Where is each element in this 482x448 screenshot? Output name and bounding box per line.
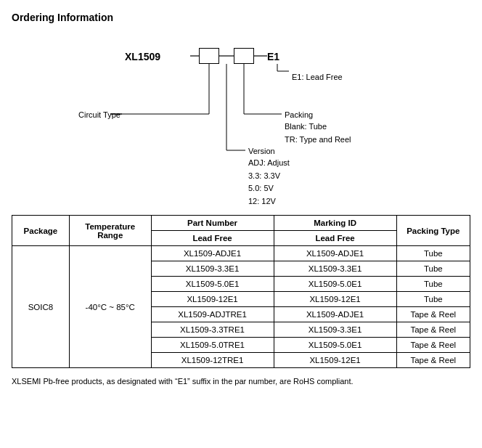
version-label: Version [248,147,275,155]
cell-marking-id: XL1509-3.3E1 [274,322,396,338]
cell-marking-id: XL1509-12E1 [274,353,396,368]
cell-part-number: XL1509-3.3E1 [151,261,274,277]
cell-marking-id: XL1509-ADJE1 [274,307,396,322]
page-title: Ordering Information [12,12,470,23]
th-part-number: Part Number [151,216,274,231]
cell-packing-type: Tube [396,246,470,261]
cell-part-number: XL1509-12TRE1 [151,353,274,368]
version-detail: ADJ: Adjust 3.3: 3.3V 5.0: 5V 12: 12V [248,157,290,208]
circuit-type-label: Circuit Type [78,110,120,119]
cell-part-number: XL1509-ADJE1 [151,246,274,261]
packing-detail: Blank: Tube TR: Type and Reel [285,121,351,146]
cell-part-number: XL1509-5.0TRE1 [151,338,274,353]
packing-label: Packing [285,110,313,119]
cell-part-number: XL1509-5.0E1 [151,277,274,292]
e1-note: E1: Lead Free [292,73,343,81]
cell-marking-id: XL1509-ADJE1 [274,246,396,261]
cell-temp: -40°C ~ 85°C [69,246,151,368]
cell-packing-type: Tape & Reel [396,307,470,322]
cell-packing-type: Tape & Reel [396,322,470,338]
cell-packing-type: Tube [396,292,470,307]
cell-packing-type: Tape & Reel [396,338,470,353]
cell-marking-id: XL1509-5.0E1 [274,338,396,353]
th-part-lead-free: Lead Free [151,231,274,246]
cell-package: SOIC8 [12,246,70,368]
model-label: XL1509 [125,51,160,62]
th-package: Package [12,216,70,246]
th-marking-lead-free: Lead Free [274,231,396,246]
box1 [199,48,219,64]
cell-part-number: XL1509-3.3TRE1 [151,322,274,338]
ordering-diagram: XL1509 E1 E1: Lead Free Circuit Type Pac… [38,38,444,197]
th-marking-id: Marking ID [274,216,396,231]
cell-packing-type: Tube [396,261,470,277]
cell-part-number: XL1509-ADJTRE1 [151,307,274,322]
cell-marking-id: XL1509-3.3E1 [274,261,396,277]
e1-label: E1 [267,51,279,62]
th-packing-type: Packing Type [396,216,470,246]
cell-marking-id: XL1509-12E1 [274,292,396,307]
cell-marking-id: XL1509-5.0E1 [274,277,396,292]
footnote: XLSEMI Pb-free products, as designated w… [12,377,470,386]
cell-part-number: XL1509-12E1 [151,292,274,307]
ordering-table: Package TemperatureRange Part Number Mar… [12,215,470,368]
th-temp-range: TemperatureRange [69,216,151,246]
cell-packing-type: Tape & Reel [396,353,470,368]
cell-packing-type: Tube [396,277,470,292]
box2 [234,48,254,64]
